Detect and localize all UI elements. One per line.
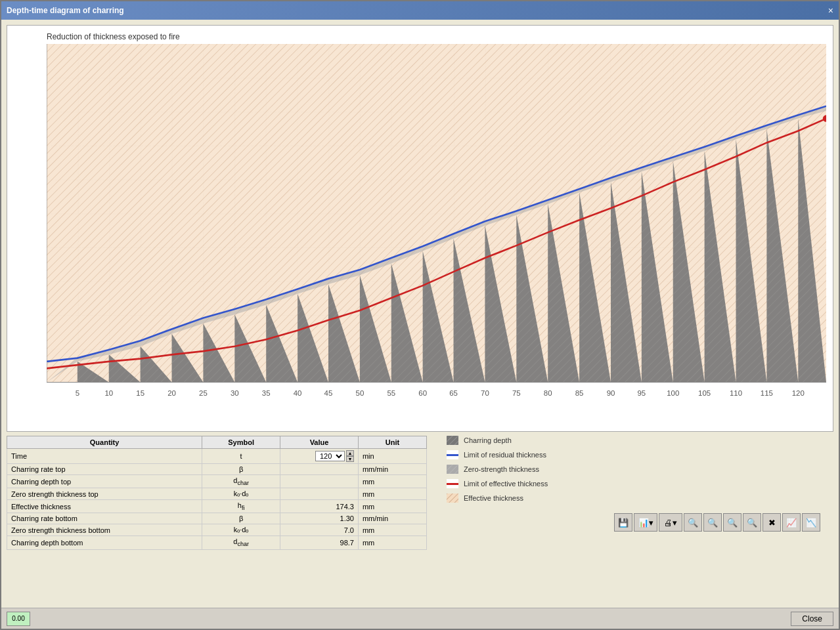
row-charring-depth-bottom-symbol: dchar (202, 536, 280, 549)
row-effective-thickness-label: Effective thickness (7, 500, 202, 513)
time-increment[interactable]: ▲ (346, 450, 354, 456)
title-bar: Depth-time diagram of charring × (1, 1, 839, 20)
row-effective-thickness-symbol: hfi (202, 500, 280, 513)
legend-residual-thickness-label: Limit of residual thickness (464, 451, 546, 459)
table-row: Zero strength thickness bottom k₀·d₀ 7.0… (7, 524, 427, 536)
bottom-section: Quantity Symbol Value Unit Time t (7, 436, 833, 602)
row-charring-rate-top-label: Charring rate top (7, 464, 202, 475)
row-zero-strength-top-value (280, 488, 359, 500)
zoom-out-button[interactable]: 🔍 (703, 513, 722, 532)
window-title: Depth-time diagram of charring (7, 6, 124, 15)
legend-effective-limit-label: Limit of effective thickness (464, 480, 548, 488)
row-charring-depth-top-value (280, 475, 359, 488)
time-decrement[interactable]: ▼ (346, 456, 354, 462)
zero-strength-swatch (447, 465, 458, 474)
toolbar: 💾 📊▾ 🖨▾ 🔍 🔍 🔍 🔍 ✖ 📈 📉 (447, 513, 820, 532)
chart-area: Reduction of thickness exposed to fire (7, 25, 833, 432)
row-zero-strength-bottom-label: Zero strength thickness bottom (7, 524, 202, 536)
effective-thickness-swatch (447, 494, 458, 503)
svg-text:115: 115 (761, 389, 773, 397)
legend-charring-depth: Charring depth (447, 436, 820, 445)
svg-text:10: 10 (104, 389, 113, 397)
row-zero-strength-top-unit: mm (358, 488, 426, 500)
svg-text:90: 90 (607, 389, 615, 397)
svg-text:20: 20 (167, 389, 176, 397)
chart-type-1-button[interactable]: 📈 (782, 513, 801, 532)
svg-text:70: 70 (481, 389, 489, 397)
row-time-label: Time (7, 449, 202, 464)
svg-text:75: 75 (512, 389, 521, 397)
print-button[interactable]: 🖨▾ (659, 513, 682, 532)
row-effective-thickness-value: 174.3 (280, 500, 359, 513)
status-bar: 0.00 Close (1, 608, 839, 629)
svg-text:80: 80 (544, 389, 552, 397)
svg-rect-58 (447, 465, 458, 474)
svg-text:110: 110 (730, 389, 742, 397)
data-table: Quantity Symbol Value Unit Time t (7, 436, 427, 550)
residual-thickness-swatch (447, 450, 458, 459)
row-time-value: 120 30 60 90 ▲ ▼ (280, 449, 359, 464)
row-charring-rate-bottom-label: Charring rate bottom (7, 513, 202, 524)
row-zero-strength-bottom-value: 7.0 (280, 524, 359, 536)
table-section: Quantity Symbol Value Unit Time t (7, 436, 427, 602)
row-time-symbol: t (202, 449, 280, 464)
table-row: Effective thickness hfi 174.3 mm (7, 500, 427, 513)
window-close-button[interactable]: × (828, 5, 833, 16)
table-row: Charring rate top β mm/min (7, 464, 427, 475)
row-zero-strength-bottom-unit: mm (358, 524, 426, 536)
row-time-unit: min (358, 449, 426, 464)
row-charring-depth-top-unit: mm (358, 475, 426, 488)
effective-limit-swatch (447, 479, 458, 488)
row-charring-depth-top-symbol: dchar (202, 475, 280, 488)
row-charring-rate-top-symbol: β (202, 464, 280, 475)
table-row: Charring depth top dchar mm (7, 475, 427, 488)
legend-effective-limit: Limit of effective thickness (447, 479, 820, 488)
time-select[interactable]: 120 30 60 90 (315, 451, 345, 461)
clear-button[interactable]: ✖ (763, 513, 781, 532)
chart-title: Reduction of thickness exposed to fire (47, 32, 826, 41)
svg-text:55: 55 (387, 389, 395, 397)
svg-text:25: 25 (199, 389, 208, 397)
svg-text:100: 100 (667, 389, 679, 397)
row-zero-strength-top-label: Zero strength thickness top (7, 488, 202, 500)
status-indicator: 0.00 (7, 612, 30, 626)
legend-zero-strength-label: Zero-strength thickness (464, 465, 539, 473)
zoom-reset-button[interactable]: 🔍 (723, 513, 741, 532)
svg-text:60: 60 (418, 389, 427, 397)
svg-text:45: 45 (324, 389, 333, 397)
row-charring-rate-top-value (280, 464, 359, 475)
status-left: 0.00 (7, 612, 30, 626)
table-row: Time t 120 30 60 90 (7, 449, 427, 464)
svg-text:30: 30 (231, 389, 239, 397)
col-symbol: Symbol (202, 436, 280, 449)
svg-text:40: 40 (294, 389, 302, 397)
table-row: Zero strength thickness top k₀·d₀ mm (7, 488, 427, 500)
chart-type-2-button[interactable]: 📉 (802, 513, 820, 532)
svg-text:15: 15 (136, 389, 144, 397)
svg-text:95: 95 (638, 389, 646, 397)
chart-svg: 0 25.0 50.0 75.0 100.0 125.0 150.0 175.0… (47, 44, 826, 417)
main-window: Depth-time diagram of charring × Reducti… (0, 0, 840, 630)
svg-text:50: 50 (356, 389, 365, 397)
legend-charring-depth-label: Charring depth (464, 436, 512, 444)
table-row: Charring rate bottom β 1.30 mm/min (7, 513, 427, 524)
save-button[interactable]: 💾 (614, 513, 632, 532)
svg-text:85: 85 (575, 389, 584, 397)
svg-text:5: 5 (76, 389, 79, 397)
zoom-fit-button[interactable]: 🔍 (743, 513, 761, 532)
svg-rect-55 (447, 436, 458, 445)
col-quantity: Quantity (7, 436, 202, 449)
legend-residual-thickness: Limit of residual thickness (447, 450, 820, 459)
row-zero-strength-top-symbol: k₀·d₀ (202, 488, 280, 500)
row-zero-strength-bottom-symbol: k₀·d₀ (202, 524, 280, 536)
legend-effective-thickness: Effective thickness (447, 494, 820, 503)
row-charring-rate-top-unit: mm/min (358, 464, 426, 475)
svg-text:105: 105 (698, 389, 711, 397)
row-charring-depth-bottom-label: Charring depth bottom (7, 536, 202, 549)
table-row: Charring depth bottom dchar 98.7 mm (7, 536, 427, 549)
col-value: Value (280, 436, 359, 449)
close-button[interactable]: Close (791, 612, 833, 626)
zoom-in-button[interactable]: 🔍 (684, 513, 702, 532)
export-button[interactable]: 📊▾ (634, 513, 657, 532)
svg-text:35: 35 (262, 389, 271, 397)
